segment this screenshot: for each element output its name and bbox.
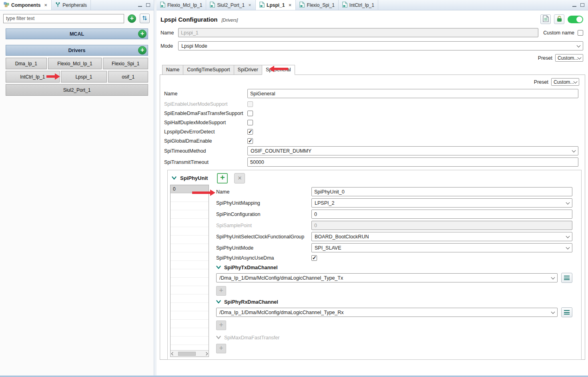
spi-phy-tx-dma-channel-dropdown[interactable]: /Dma_Ip_1/Dma/MclConfig/dmaLogicChannel_… xyxy=(216,273,558,282)
phy-name-label: Name xyxy=(216,189,311,195)
config-tab-name[interactable]: Name xyxy=(162,65,183,75)
editor-tab-flexio-mcl-ip-1[interactable]: Flexio_Mcl_Ip_1 xyxy=(157,0,206,10)
editor-tabbar: Flexio_Mcl_Ip_1 Siul2_Port_1 Lpspi_1 Fle… xyxy=(157,0,588,10)
rx-channel-menu-button[interactable] xyxy=(561,307,572,317)
component-osif-1[interactable]: osif_1 xyxy=(108,71,148,83)
spi-phy-unit-mode-dropdown[interactable]: SPI_SLAVE xyxy=(311,243,572,252)
scroll-left-icon[interactable] xyxy=(171,352,175,355)
add-max-dma-fast-transfer-button xyxy=(216,344,226,353)
spi-timeout-method-value: OSIF_COUNTER_DUMMY xyxy=(251,148,572,154)
scrollbar-thumb[interactable] xyxy=(178,352,196,356)
add-phy-unit-button[interactable] xyxy=(217,173,228,183)
components-view: Components Peripherals MCAL Drivers xyxy=(0,0,154,375)
component-siul2-port-1[interactable]: Siul2_Port_1 xyxy=(6,84,148,96)
preset-dropdown[interactable]: Custom... xyxy=(555,54,583,62)
editor-area: Flexio_Mcl_Ip_1 Siul2_Port_1 Lpspi_1 Fle… xyxy=(157,0,588,375)
component-flexio-spi-1[interactable]: Flexio_Spi_1 xyxy=(103,58,148,69)
spi-enable-dma-fast-transfer-support-checkbox[interactable] xyxy=(247,111,253,116)
add-tx-channel-button[interactable] xyxy=(216,286,226,296)
tx-channel-menu-button[interactable] xyxy=(561,273,572,283)
spi-transmit-timeout-input[interactable] xyxy=(247,157,578,167)
spi-phy-unit-mapping-dropdown[interactable]: LPSPI_2 xyxy=(311,198,572,208)
add-component-button[interactable] xyxy=(128,14,136,23)
file-icon xyxy=(160,2,165,9)
editor-tab-lpspi-1[interactable]: Lpspi_1 xyxy=(256,0,296,10)
mode-dropdown[interactable]: Lpspi Mode xyxy=(178,41,583,50)
tab-peripherals-label: Peripherals xyxy=(62,2,87,8)
horizontal-scrollbar[interactable] xyxy=(171,350,209,357)
spi-pin-configuration-input[interactable] xyxy=(311,210,572,219)
sort-button[interactable] xyxy=(140,14,150,23)
minimize-icon[interactable] xyxy=(572,4,576,7)
annotation-arrow-spigeneral-tab xyxy=(269,66,288,72)
collapse-chevron-icon[interactable] xyxy=(172,175,177,181)
editor-tab-label: Siul2_Port_1 xyxy=(217,2,245,8)
config-tab-configtimesupport[interactable]: ConfigTimeSupport xyxy=(183,65,233,75)
phy-name-input[interactable] xyxy=(311,187,572,196)
custom-name-checkbox[interactable] xyxy=(578,30,583,36)
config-tab-spidriver[interactable]: SpiDriver xyxy=(234,65,262,75)
close-icon[interactable] xyxy=(248,3,252,7)
name-label: Name xyxy=(161,30,175,36)
spi-phy-unit-clock-group-dropdown[interactable]: BOARD_BootClockRUN xyxy=(311,232,572,241)
drivers-add-button[interactable] xyxy=(138,46,146,54)
custom-name-label: Custom name xyxy=(543,30,574,36)
file-icon xyxy=(342,2,347,9)
spi-phy-unit-async-use-dma-label: SpiPhyUnitAsyncUseDma xyxy=(216,255,311,261)
spi-phy-rx-dma-channel-dropdown[interactable]: /Dma_Ip_1/Dma/MclConfig/dmaLogicChannel_… xyxy=(216,308,558,317)
component-flexio-mcl-ip-1[interactable]: Flexio_Mcl_Ip_1 xyxy=(48,58,102,69)
chevron-down-icon xyxy=(572,148,576,152)
chevron-down-icon xyxy=(551,275,555,279)
lock-icon xyxy=(556,16,562,23)
tab-components[interactable]: Components xyxy=(0,0,52,10)
editor-tab-label: Flexio_Mcl_Ip_1 xyxy=(167,2,202,8)
spi-phy-unit-mode-value: SPI_SLAVE xyxy=(315,245,566,251)
filter-input[interactable] xyxy=(3,14,124,23)
report-icon xyxy=(543,15,549,23)
preset-label: Preset xyxy=(534,79,548,85)
enable-toggle[interactable] xyxy=(568,16,583,23)
spigeneral-preset-dropdown[interactable]: Custom... xyxy=(551,78,579,86)
report-button[interactable] xyxy=(540,14,551,24)
maximize-icon[interactable] xyxy=(580,3,584,7)
spi-half-duplex-mode-support-checkbox[interactable] xyxy=(247,120,253,125)
remove-phy-unit-button[interactable] xyxy=(234,173,245,183)
editor-tab-intctrl-ip-1[interactable]: IntCtrl_Ip_1 xyxy=(339,0,378,10)
editor-tab-siul2-port-1[interactable]: Siul2_Port_1 xyxy=(206,0,256,10)
spigeneral-name-input[interactable] xyxy=(247,89,578,98)
add-rx-channel-button[interactable] xyxy=(216,321,226,330)
phy-unit-list[interactable]: 0 xyxy=(170,185,209,357)
preset-value: Custom... xyxy=(558,55,578,61)
chevron-down-icon xyxy=(551,310,555,314)
spi-global-dma-enable-checkbox[interactable] xyxy=(247,138,253,144)
spi-phy-unit-async-use-dma-checkbox[interactable] xyxy=(311,255,317,261)
close-icon[interactable] xyxy=(44,3,48,7)
scroll-right-icon[interactable] xyxy=(205,352,208,355)
spi-transmit-timeout-label: SpiTransmitTimeout xyxy=(164,159,247,165)
peripherals-icon xyxy=(55,2,60,8)
lock-button[interactable] xyxy=(554,14,564,24)
component-dma-ip-1[interactable]: Dma_Ip_1 xyxy=(6,58,47,69)
spi-phy-rx-dma-channel-label: SpiPhyRxDmaChannel xyxy=(224,299,278,305)
restore-icon[interactable] xyxy=(146,3,150,7)
window-bottom-edge xyxy=(0,375,588,377)
collapse-chevron-icon[interactable] xyxy=(216,265,221,270)
chevron-down-icon xyxy=(566,200,570,204)
drivers-header-label: Drivers xyxy=(68,48,85,53)
tab-peripherals[interactable]: Peripherals xyxy=(52,0,91,10)
editor-tab-flexio-spi-1[interactable]: Flexio_Spi_1 xyxy=(296,0,338,10)
close-icon[interactable] xyxy=(288,3,292,7)
spi-timeout-method-dropdown[interactable]: OSIF_COUNTER_DUMMY xyxy=(247,146,578,155)
editor-tab-label: Lpspi_1 xyxy=(267,2,285,8)
lpspi-ip-dev-error-detect-checkbox[interactable] xyxy=(247,129,253,135)
spiphyunit-section: SpiPhyUnit 0 Name xyxy=(167,170,582,360)
file-icon xyxy=(299,2,305,9)
spigeneral-panel: Preset Custom... Name SpiEnableUserModeS… xyxy=(160,75,585,360)
chevron-down-icon xyxy=(577,43,581,47)
mcal-add-button[interactable] xyxy=(138,30,146,38)
component-lpspi-1[interactable]: Lpspi_1 xyxy=(61,71,107,83)
collapse-chevron-icon[interactable] xyxy=(216,299,221,305)
spi-timeout-method-label: SpiTimeoutMethod xyxy=(164,148,247,154)
minimize-icon[interactable] xyxy=(138,4,142,7)
file-icon xyxy=(210,2,215,9)
